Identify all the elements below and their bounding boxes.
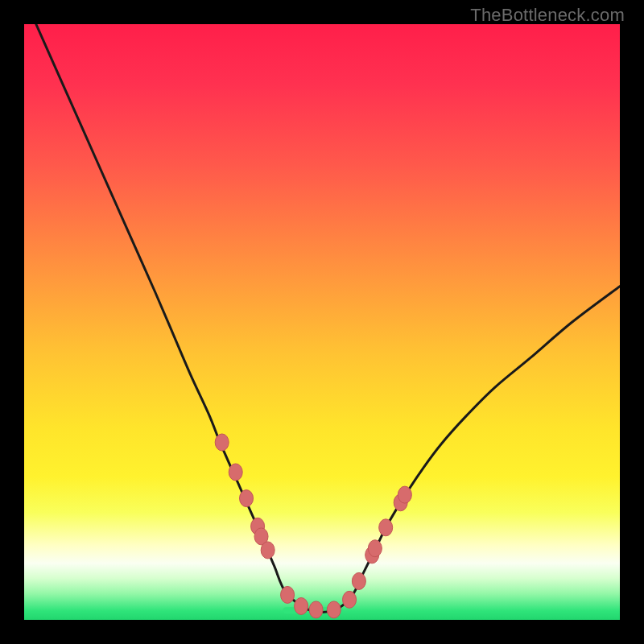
marker-group [215, 434, 411, 618]
stage: TheBottleneck.com [0, 0, 644, 644]
curve-marker [352, 572, 365, 589]
curve-marker [343, 591, 357, 608]
curve-marker [229, 464, 242, 481]
curve-marker [398, 486, 411, 503]
curve-marker [327, 601, 341, 618]
curve-marker [379, 519, 393, 536]
curve-marker [261, 542, 275, 559]
curve-marker [368, 540, 382, 557]
bottleneck-curve [36, 24, 620, 613]
curve-marker [295, 597, 308, 614]
curve-marker [309, 601, 323, 618]
curve-marker [281, 586, 295, 603]
curve-marker [240, 490, 254, 507]
chart-svg [24, 24, 620, 620]
watermark-text: TheBottleneck.com [470, 5, 625, 26]
curve-marker [215, 434, 229, 451]
plot-area [24, 24, 620, 620]
